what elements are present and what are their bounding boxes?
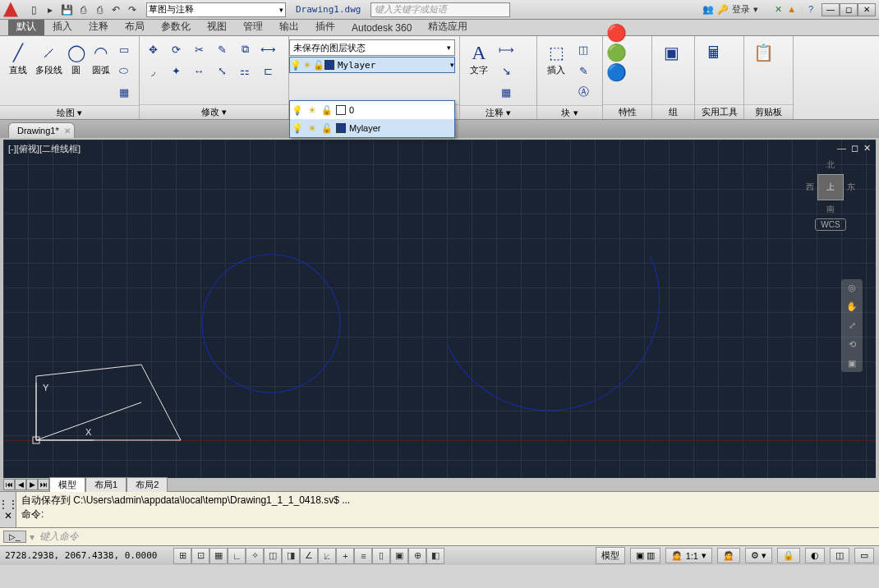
create-block-icon[interactable]: ◫ [573,39,593,59]
offset-icon[interactable]: ⊏ [258,61,278,80]
sun-icon[interactable]: ☀ [306,104,318,116]
help-icon[interactable]: ? [808,4,813,15]
exchange-icon[interactable]: ✕ [775,4,782,15]
coordinates[interactable]: 2728.2938, 2067.4338, 0.0000 [5,550,157,561]
bulb-icon[interactable]: 💡 [292,122,303,134]
sb-lock-icon[interactable]: 🔒 [777,548,800,563]
layer-row-mylayer[interactable]: 💡 ☀ 🔓 Mylayer [290,119,454,137]
mirror-icon[interactable]: ⟷ [258,39,278,59]
showmotion-icon[interactable]: ▣ [848,358,856,369]
sb-layout-nav[interactable]: ▣ ▥ [630,548,660,563]
lock-icon[interactable]: 🔓 [321,122,333,134]
lock-icon[interactable]: 🔓 [321,104,333,116]
login-area[interactable]: 👥 🔑 登录 ▾ [702,3,758,16]
maximize-button[interactable]: ◻ [840,3,858,16]
lt-next-icon[interactable]: ▶ [26,479,38,490]
undo-icon[interactable]: ↶ [108,2,123,17]
polyline-button[interactable]: ⟋多段线 [34,39,62,102]
sb-3dosnap-icon[interactable]: ◨ [282,548,300,564]
layout-tab-1[interactable]: 布局1 [85,477,127,492]
attr-icon[interactable]: Ⓐ [573,82,593,102]
bulb-icon[interactable]: 💡 [292,104,303,116]
layer-row-0[interactable]: 💡 ☀ 🔓 0 [290,101,454,119]
lt-prev-icon[interactable]: ◀ [15,479,26,490]
sb-polar-icon[interactable]: ✧ [246,548,264,564]
a360-icon[interactable]: ▲ [787,4,796,15]
array-icon[interactable]: ⚏ [235,61,255,80]
panel-annotation-label[interactable]: 注释 ▾ [460,105,536,119]
redo-icon[interactable]: ↷ [125,2,140,17]
layout-tab-2[interactable]: 布局2 [127,477,168,492]
close-icon[interactable]: ✕ [64,126,71,136]
sb-infer-icon[interactable]: ⊞ [173,548,191,564]
steering-wheel-icon[interactable]: ◎ [848,283,856,293]
search-input[interactable]: 键入关键字或短语 [370,2,510,17]
workspace-dropdown[interactable]: 草图与注释 [146,2,286,17]
tab-manage[interactable]: 管理 [235,18,271,35]
rotate-icon[interactable]: ⟳ [166,39,186,59]
sb-lwt-icon[interactable]: ≡ [354,548,372,564]
pan-icon[interactable]: ✋ [846,301,858,312]
dimension-icon[interactable]: ⟼ [496,39,516,59]
hatch-icon[interactable]: ▦ [114,82,134,102]
viewcube-top[interactable]: 上 [817,174,844,200]
orbit-icon[interactable]: ⟲ [849,339,856,350]
drawing-viewport[interactable]: [-][俯视][二维线框] — ◻ ✕ Y X 北 [3,140,876,478]
text-button[interactable]: A文字 [463,39,495,102]
group-button[interactable]: ▣ [656,39,687,101]
insert-button[interactable]: ⬚插入 [541,39,572,102]
tab-featured[interactable]: 精选应用 [420,18,476,35]
sb-otrack-icon[interactable]: ∠ [300,548,318,564]
tab-default[interactable]: 默认 [8,18,44,35]
trim-icon[interactable]: ✂ [189,39,209,59]
sun-icon[interactable]: ☀ [306,122,318,134]
sb-clean-icon[interactable]: ▭ [854,548,874,563]
edit-block-icon[interactable]: ✎ [573,61,593,80]
lt-last-icon[interactable]: ⏭ [38,479,49,490]
layer-list-dropdown[interactable]: 💡 ☀ 🔓 0 💡 ☀ 🔓 Mylayer [289,100,455,138]
command-input[interactable]: ▷_ ▾ 键入命令 [0,527,879,545]
wcs-button[interactable]: WCS [815,218,845,231]
panel-clipboard-label[interactable]: 剪贴板 [744,104,793,119]
command-handle[interactable]: ⋮⋮✕ [0,492,16,527]
layer-color-0[interactable] [336,105,346,115]
tab-annotate[interactable]: 注释 [81,18,117,35]
explode-icon[interactable]: ✦ [166,61,186,80]
ellipse-icon[interactable]: ⬭ [114,61,134,80]
layer-state-dropdown[interactable]: 未保存的图层状态 [289,39,455,56]
circle-button[interactable]: ◯圆 [65,39,88,102]
file-tab-drawing1[interactable]: Drawing1* ✕ [8,122,75,138]
print-icon[interactable]: ⎙ [92,2,107,17]
scale-icon[interactable]: ⤡ [212,61,232,80]
lt-first-icon[interactable]: ⏮ [3,479,15,490]
fillet-icon[interactable]: ◞ [143,61,163,80]
tab-layout[interactable]: 布局 [117,18,153,35]
arc-button[interactable]: ◠圆弧 [90,39,113,102]
app-logo[interactable] [3,2,18,17]
layout-tab-model[interactable]: 模型 [49,477,85,492]
sb-annovis-icon[interactable]: 🙍 [717,548,740,563]
tab-a360[interactable]: Autodesk 360 [343,21,420,35]
tab-parametric[interactable]: 参数化 [153,18,199,35]
command-prompt-icon[interactable]: ▷_ [3,531,26,543]
open-icon[interactable]: ▸ [43,2,58,17]
saveas-icon[interactable]: ⎙ [76,2,90,17]
move-icon[interactable]: ✥ [143,39,163,59]
minimize-button[interactable]: — [821,3,840,16]
tab-insert[interactable]: 插入 [44,18,81,35]
sb-osnap-icon[interactable]: ◫ [264,548,282,564]
clipboard-button[interactable]: 📋 [748,39,779,101]
layer-current-dropdown[interactable]: 💡 ☀ 🔓 Mylayer ▾ [289,57,455,73]
panel-modify-label[interactable]: 修改 ▾ [140,104,288,119]
new-icon[interactable]: ▯ [26,2,41,17]
panel-block-label[interactable]: 块 ▾ [537,105,602,119]
sb-model-button[interactable]: 模型 [596,547,625,564]
sb-hardware-icon[interactable]: ◐ [805,548,825,563]
leader-icon[interactable]: ↘ [496,61,516,80]
table-icon[interactable]: ▦ [496,82,516,102]
tab-view[interactable]: 视图 [199,18,235,35]
layer-color-mylayer[interactable] [336,123,346,133]
sb-tpy-icon[interactable]: ▯ [372,548,390,564]
sb-qp-icon[interactable]: ▣ [390,548,408,564]
sb-ws-icon[interactable]: ⚙ ▾ [745,548,772,563]
